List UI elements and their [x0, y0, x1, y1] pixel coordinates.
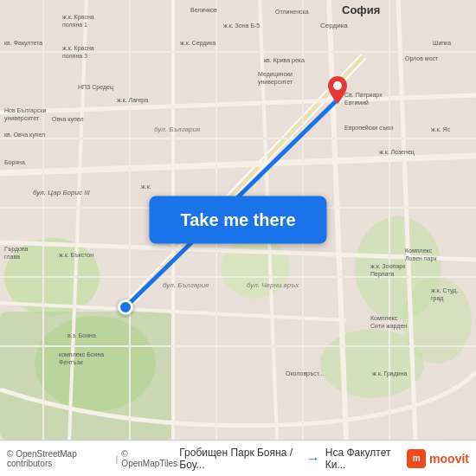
svg-text:Ловен парк: Ловен парк [405, 255, 437, 262]
svg-text:университет: университет [4, 115, 40, 122]
svg-text:ж.к.: ж.к. [141, 183, 151, 190]
moovit-text: moovit [429, 452, 469, 466]
svg-text:в.з. Бояна: в.з. Бояна [68, 332, 96, 338]
svg-text:Величков: Величков [190, 7, 217, 13]
svg-text:Комплекс: Комплекс [405, 248, 433, 254]
destination-pin [328, 76, 347, 107]
svg-text:Отлиненска: Отлиненска [275, 9, 309, 15]
svg-text:ж.к. Градина: ж.к. Градина [372, 370, 408, 377]
take-me-there-button[interactable]: Take me there [149, 196, 326, 244]
svg-text:ж.к. Яс: ж.к. Яс [431, 126, 451, 132]
origin-pin [118, 299, 133, 315]
svg-text:ж.к. Студ.: ж.к. Студ. [431, 287, 458, 294]
svg-text:ж.к. Красна: ж.к. Красна [62, 45, 94, 52]
svg-text:Евтимий: Евтимий [344, 100, 369, 106]
svg-text:Фентъзи: Фентъзи [59, 359, 83, 365]
footer: © OpenStreetMap contributors | © OpenMap… [0, 440, 476, 476]
svg-text:Перлата: Перлата [370, 271, 395, 278]
svg-text:Медицински: Медицински [258, 71, 293, 78]
svg-text:ж.к. Лозенец: ж.к. Лозенец [379, 149, 415, 156]
svg-text:бул. България: бул. България [163, 281, 209, 289]
footer-divider: | [116, 453, 119, 464]
moovit-logo: m moovit [407, 449, 469, 468]
svg-text:университет: университет [258, 79, 293, 86]
svg-text:бул. България: бул. България [154, 125, 201, 133]
svg-point-5 [221, 238, 290, 299]
svg-text:ж.к. Зоопарк: ж.к. Зоопарк [370, 263, 406, 270]
svg-text:комплекс Бояна: комплекс Бояна [59, 351, 104, 357]
svg-text:кв. Факултета: кв. Факултета [4, 40, 42, 47]
svg-text:Сердика: Сердика [320, 22, 348, 29]
svg-text:Комплекс: Комплекс [370, 315, 398, 321]
svg-text:Св. Патриарх: Св. Патриарх [344, 92, 383, 99]
svg-text:ж.к. Зона Б-5: ж.к. Зона Б-5 [223, 23, 260, 29]
route-arrow: → [306, 451, 320, 466]
svg-text:кв. Овча купел: кв. Овча купел [4, 132, 45, 138]
svg-text:ж.к. Сердика: ж.к. Сердика [180, 40, 215, 47]
footer-left: © OpenStreetMap contributors | © OpenMap… [7, 449, 179, 468]
svg-point-7 [320, 329, 424, 398]
svg-text:Шипка: Шипка [433, 40, 451, 46]
svg-text:глава: глава [4, 254, 20, 260]
from-stop-label: Гробищен Парк Бояна / Боу... [179, 447, 300, 471]
svg-text:Нов Български: Нов Български [4, 107, 46, 114]
svg-text:Сити жарден: Сити жарден [370, 323, 407, 330]
svg-point-82 [333, 81, 342, 90]
svg-text:Околовръст...: Околовръст... [286, 370, 324, 377]
to-stop-label: Нса Факултет Ки... [325, 447, 402, 471]
map-container: София Сердика Орлов мост Шипка ж.к. Крас… [0, 0, 476, 440]
svg-text:Европейски съюз: Европейски съюз [344, 125, 394, 132]
svg-text:София: София [342, 3, 380, 16]
app: София Сердика Орлов мост Шипка ж.к. Крас… [0, 0, 476, 476]
svg-text:поляна 3: поляна 3 [62, 53, 87, 59]
svg-text:ж.к. Красна: ж.к. Красна [62, 14, 94, 21]
svg-text:ж.к. Бъкстон: ж.к. Бъкстон [59, 252, 93, 258]
footer-right: Гробищен Парк Бояна / Боу... → Нса Факул… [179, 447, 469, 471]
svg-text:поляна 1: поляна 1 [62, 22, 87, 28]
svg-text:ж.к. Лагера: ж.к. Лагера [117, 97, 148, 104]
svg-text:Орлов мост: Орлов мост [405, 55, 439, 62]
svg-text:Гърдова: Гърдова [4, 246, 29, 253]
svg-text:Овча купел: Овча купел [52, 116, 84, 123]
moovit-icon: m [407, 449, 426, 468]
copyright-osm: © OpenStreetMap contributors [7, 449, 113, 468]
svg-text:НПЗ Средец: НПЗ Средец [78, 84, 113, 91]
copyright-omt: © OpenMapTiles [121, 449, 179, 468]
svg-text:бул. Черни връх: бул. Черни връх [247, 281, 299, 289]
svg-text:Боряна: Боряна [4, 159, 25, 166]
svg-text:кв. Крива река: кв. Крива река [264, 57, 305, 64]
svg-text:бул. Цар Борис III: бул. Цар Борис III [33, 189, 91, 196]
svg-text:град: град [431, 295, 443, 302]
